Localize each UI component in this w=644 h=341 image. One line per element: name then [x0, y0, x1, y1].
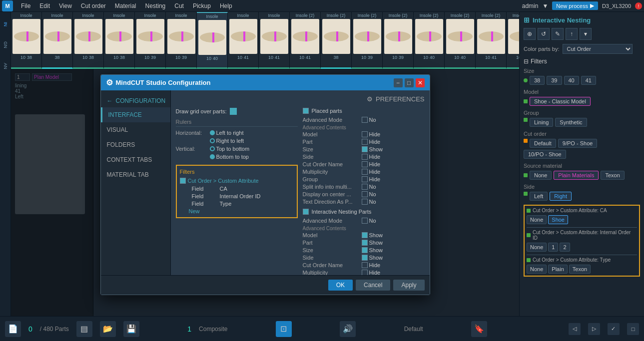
cut-order-btn-default[interactable]: Default: [530, 139, 556, 148]
ca-btn-none-1[interactable]: None: [527, 215, 547, 224]
ca-btn-none-3[interactable]: None: [527, 265, 547, 274]
cut-order-btn-10po[interactable]: 10/PO - Shoe: [524, 150, 566, 159]
menu-file[interactable]: File: [17, 1, 34, 10]
size-btn-40[interactable]: 40: [564, 76, 579, 85]
adv-mode-checkbox[interactable]: [362, 117, 368, 123]
model-btn[interactable]: Shoe - Classic Model: [530, 97, 591, 106]
menu-pickup[interactable]: Pickup: [189, 1, 215, 10]
bt-small-1[interactable]: ◁: [569, 323, 581, 335]
dialog-cancel-btn[interactable]: Cancel: [356, 280, 390, 291]
source-plain-btn[interactable]: Plain Materials: [554, 171, 599, 180]
cb-int-part[interactable]: [362, 240, 368, 246]
bt-icon-1[interactable]: 📄: [5, 321, 21, 337]
radio-rtl[interactable]: Right to left: [210, 138, 244, 144]
bt-icon-4[interactable]: 💾: [123, 321, 139, 337]
bt-icon-5[interactable]: 🔊: [340, 321, 356, 337]
ca-btn-texon[interactable]: Texon: [569, 265, 591, 274]
menu-help[interactable]: Help: [216, 1, 236, 10]
dialog-close-btn[interactable]: ✕: [416, 78, 425, 87]
ca-btn-none-2[interactable]: None: [527, 243, 547, 252]
nav-interface[interactable]: INTERFACE: [101, 107, 170, 122]
cb-int-con[interactable]: [362, 262, 368, 268]
draw-over-checkbox[interactable]: [230, 108, 237, 115]
placed-parts-checkbox[interactable]: [303, 108, 309, 114]
int-adv-mode-checkbox[interactable]: [362, 218, 368, 224]
bt-icon-6[interactable]: 🔖: [471, 321, 487, 337]
size-btn-39[interactable]: 39: [547, 76, 562, 85]
process-btn[interactable]: New process ▶: [552, 1, 598, 10]
rs-icon-2[interactable]: ↺: [538, 28, 550, 40]
nav-visual[interactable]: VISUAL: [101, 122, 170, 137]
side-btn-left[interactable]: Left: [530, 192, 548, 201]
menu-cut-order[interactable]: Cut order: [77, 1, 110, 10]
cb-model[interactable]: [362, 131, 368, 137]
color-parts-dropdown[interactable]: Cut Order: [563, 44, 633, 54]
dialog-back-btn[interactable]: ← CONFIGURATION: [101, 94, 170, 107]
ca-btn-shoe[interactable]: Shoe: [548, 215, 568, 224]
thumb-insole2-5[interactable]: Insole (2) 1040: [414, 12, 445, 69]
radio-btt[interactable]: Bottom to top: [210, 154, 249, 160]
sidebar-auto-nesting[interactable]: AN: [1, 56, 10, 76]
thumb-insole-4[interactable]: Insole 1038: [104, 12, 135, 69]
menu-nesting[interactable]: Nesting: [141, 1, 170, 10]
filter-new-btn[interactable]: New: [180, 208, 294, 214]
dialog-ok-btn[interactable]: OK: [328, 280, 353, 291]
thumb-insole-2[interactable]: Insole 38: [42, 12, 73, 69]
ca-btn-plain[interactable]: Plain: [548, 265, 567, 274]
thumb-insole-9[interactable]: Insole 1041: [259, 12, 290, 69]
bt-small-4[interactable]: □: [627, 323, 639, 335]
rs-icon-1[interactable]: ⊕: [524, 28, 536, 40]
group-btn-synthetic[interactable]: Synthetic: [555, 118, 587, 127]
filter-group-checkbox[interactable]: [180, 178, 186, 184]
ca-btn-1[interactable]: 1: [548, 243, 558, 252]
menu-material[interactable]: Material: [111, 1, 140, 10]
sidebar-group-nesting[interactable]: GN: [1, 35, 10, 55]
source-none-btn[interactable]: None: [530, 171, 552, 180]
ca-btn-2[interactable]: 2: [560, 243, 570, 252]
int-nesting-checkbox[interactable]: [303, 209, 309, 215]
prefs-btn[interactable]: ⚙ PREFERENCES: [367, 95, 425, 103]
bt-icon-active[interactable]: ⊡: [276, 321, 292, 337]
thumb-insole-6[interactable]: Insole 1039: [166, 12, 197, 69]
cb-textdir[interactable]: [362, 199, 368, 205]
rs-icon-5[interactable]: ▾: [580, 28, 592, 40]
cb-part[interactable]: [362, 139, 368, 145]
cb-int-mult[interactable]: [362, 270, 368, 275]
menu-cut[interactable]: Cut: [170, 1, 188, 10]
thumb-insole-7[interactable]: Insole 1040: [197, 12, 228, 69]
thumb-lining-toe-1[interactable]: Insole (2) 1040: [445, 12, 476, 69]
menu-view[interactable]: View: [55, 1, 76, 10]
bt-icon-3[interactable]: 📂: [100, 321, 116, 337]
thumb-insole-5[interactable]: Insole 1039: [135, 12, 166, 69]
thumb-lining-toe-2[interactable]: Insole (2) 1041: [476, 12, 507, 69]
cb-size[interactable]: [362, 146, 368, 152]
cb-con[interactable]: [362, 161, 368, 167]
radio-ltr[interactable]: Left to right: [210, 130, 244, 136]
side-btn-right[interactable]: Right: [550, 192, 572, 201]
nav-folders[interactable]: FOLDERS: [101, 137, 170, 152]
dialog-apply-btn[interactable]: Apply: [393, 280, 424, 291]
cut-order-btn-9po[interactable]: 9/PO - Shoe: [558, 139, 598, 148]
thumb-insole2-2[interactable]: Insole (2) 38: [321, 12, 352, 69]
dialog-maximize-btn[interactable]: □: [405, 78, 414, 87]
cb-int-model[interactable]: [362, 232, 368, 238]
nav-material-tab[interactable]: MATERIAL TAB: [101, 167, 170, 182]
cb-display[interactable]: [362, 191, 368, 197]
thumb-insole-8[interactable]: Insole 1041: [228, 12, 259, 69]
cb-side[interactable]: [362, 154, 368, 160]
group-btn-lining[interactable]: Lining: [530, 118, 553, 127]
bt-small-3[interactable]: ✓: [608, 323, 620, 335]
radio-ttb[interactable]: Top to bottom: [210, 146, 250, 152]
cb-int-side[interactable]: [362, 255, 368, 261]
bt-small-2[interactable]: ▷: [588, 323, 600, 335]
bt-icon-2[interactable]: ▤: [76, 321, 92, 337]
thumb-insole-3[interactable]: Insole 1038: [73, 12, 104, 69]
thumb-lining-vamp-1[interactable]: Insole (2) 1041: [507, 12, 519, 69]
cb-split[interactable]: [362, 184, 368, 190]
dialog-minimize-btn[interactable]: −: [394, 78, 403, 87]
size-btn-41[interactable]: 41: [581, 76, 596, 85]
nav-context-tabs[interactable]: CONTEXT TABS: [101, 152, 170, 167]
rs-icon-4[interactable]: ↑: [566, 28, 578, 40]
menu-edit[interactable]: Edit: [35, 1, 54, 10]
cb-mult[interactable]: [362, 169, 368, 175]
